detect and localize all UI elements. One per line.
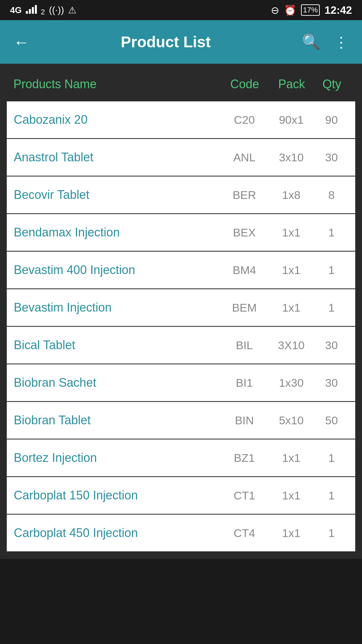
product-code: BEM [221,301,268,314]
product-qty: 1 [315,264,348,277]
product-pack: 1x1 [268,264,315,277]
product-pack: 1x1 [268,527,315,540]
product-pack: 1x1 [268,489,315,502]
product-code: BER [221,189,268,202]
network-type-icon: 4G [10,5,22,15]
product-name: Bortez Injection [14,451,221,465]
product-code: BIL [221,339,268,352]
header-code: Code [221,77,268,91]
product-code: ANL [221,151,268,164]
product-code: BI1 [221,376,268,389]
product-name: Bevastim Injection [14,301,221,315]
table-header: Products Name Code Pack Qty [7,74,355,98]
product-code: C20 [221,113,268,126]
table-row[interactable]: Bortez Injection BZ1 1x1 1 [7,439,355,476]
product-pack: 1x8 [268,189,315,202]
table-row[interactable]: Bendamax Injection BEX 1x1 1 [7,214,355,251]
table-row[interactable]: Bical Tablet BIL 3X10 30 [7,327,355,364]
product-code: CT1 [221,489,268,502]
product-qty: 90 [315,113,348,126]
product-qty: 1 [315,226,348,239]
product-name: Becovir Tablet [14,188,221,202]
product-qty: 30 [315,339,348,352]
signal-icon [26,4,37,16]
product-qty: 1 [315,451,348,465]
product-name: Biobran Sachet [14,376,221,390]
table-row[interactable]: Biobran Sachet BI1 1x30 30 [7,364,355,401]
app-bar: ← Product List 🔍 ⋮ [0,20,362,64]
battery-indicator: 17% [301,4,320,16]
product-qty: 50 [315,414,348,427]
table-row[interactable]: Bevastim Injection BEM 1x1 1 [7,289,355,326]
product-qty: 30 [315,376,348,389]
search-button[interactable]: 🔍 [299,30,324,54]
do-not-disturb-icon: ⊖ [271,4,279,16]
subscript-icon: 2 [41,8,45,16]
wifi-icon: ((·)) [49,5,64,15]
product-code: BEX [221,226,268,239]
product-qty: 1 [315,489,348,502]
header-name: Products Name [13,77,221,91]
content-area: Products Name Code Pack Qty Cabozanix 20… [0,64,362,559]
product-name: Carboplat 450 Injection [14,526,221,540]
product-list: Cabozanix 20 C20 90x1 90 Anastrol Tablet… [7,101,355,551]
product-name: Anastrol Tablet [14,150,221,164]
header-qty: Qty [315,77,349,91]
product-pack: 3X10 [268,339,315,352]
product-qty: 1 [315,527,348,540]
product-name: Cabozanix 20 [14,113,221,127]
product-name: Bendamax Injection [14,225,221,239]
product-pack: 1x1 [268,226,315,239]
alarm-icon: ⏰ [284,4,296,16]
product-pack: 1x1 [268,301,315,314]
product-pack: 5x10 [268,414,315,427]
header-pack: Pack [268,77,315,91]
product-name: Carboplat 150 Injection [14,488,221,502]
product-pack: 3x10 [268,151,315,164]
status-right-icons: ⊖ ⏰ 17% 12:42 [271,4,352,16]
clock-display: 12:42 [324,4,352,16]
battery-level: 17% [303,6,318,14]
product-pack: 1x30 [268,376,315,389]
warning-icon: ⚠ [68,5,76,16]
table-row[interactable]: Becovir Tablet BER 1x8 8 [7,176,355,213]
product-code: BIN [221,414,268,427]
table-row[interactable]: Bevastim 400 Injection BM4 1x1 1 [7,252,355,288]
more-options-button[interactable]: ⋮ [330,30,352,54]
status-left-icons: 4G 2 ((·)) ⚠ [10,4,76,16]
product-code: BM4 [221,264,268,277]
product-name: Bevastim 400 Injection [14,263,221,277]
product-pack: 90x1 [268,113,315,126]
table-row[interactable]: Carboplat 450 Injection CT4 1x1 1 [7,515,355,551]
table-row[interactable]: Cabozanix 20 C20 90x1 90 [7,101,355,138]
product-code: CT4 [221,527,268,540]
table-row[interactable]: Carboplat 150 Injection CT1 1x1 1 [7,477,355,514]
product-name: Biobran Tablet [14,413,221,427]
back-button[interactable]: ← [10,30,33,55]
app-bar-actions: 🔍 ⋮ [299,30,352,54]
product-qty: 1 [315,301,348,314]
table-row[interactable]: Anastrol Tablet ANL 3x10 30 [7,139,355,176]
product-qty: 30 [315,151,348,164]
table-row[interactable]: Biobran Tablet BIN 5x10 50 [7,402,355,439]
product-name: Bical Tablet [14,338,221,352]
status-bar: 4G 2 ((·)) ⚠ ⊖ ⏰ 17% 12:42 [0,0,362,20]
product-pack: 1x1 [268,451,315,465]
product-code: BZ1 [221,451,268,465]
product-qty: 8 [315,189,348,202]
page-title: Product List [43,33,289,51]
